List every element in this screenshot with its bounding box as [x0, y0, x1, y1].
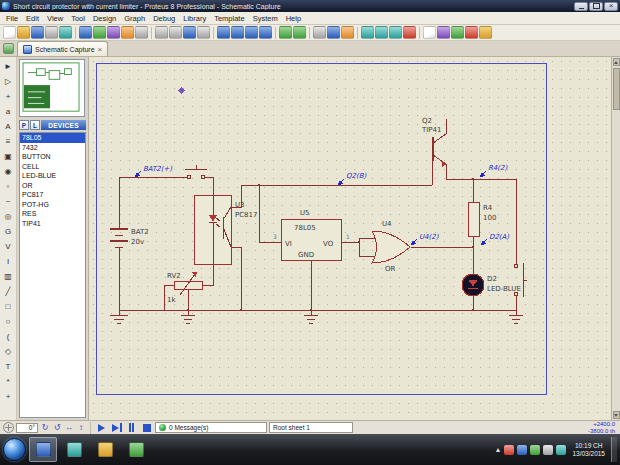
u5-value-label[interactable]: 78L05 — [294, 224, 316, 232]
tray-volume-icon[interactable] — [543, 445, 553, 455]
library-manager-button[interactable]: L — [30, 120, 40, 130]
redo-icon[interactable] — [293, 26, 306, 39]
device-item-pot-hg[interactable]: POT-HG — [20, 200, 85, 210]
tray-sync-icon[interactable] — [530, 445, 540, 455]
minimap-viewport[interactable] — [24, 85, 50, 108]
r4-value-label[interactable]: 100 — [483, 214, 496, 222]
voltage-probe-icon[interactable]: V — [1, 240, 15, 254]
menu-debug[interactable]: Debug — [149, 14, 179, 23]
component-mode-icon[interactable]: ▷ — [1, 75, 15, 89]
hidden-icons-chevron-icon[interactable]: ▲ — [495, 446, 502, 453]
u3-value-label[interactable]: PC817 — [235, 211, 257, 219]
cut-icon[interactable] — [313, 26, 326, 39]
generator-mode-icon[interactable]: G — [1, 225, 15, 239]
open-project-icon[interactable] — [17, 26, 30, 39]
packaging-tool-icon[interactable] — [451, 26, 464, 39]
bat2-value-label[interactable]: 20v — [131, 238, 144, 246]
home-tab-icon[interactable] — [3, 43, 14, 54]
step-button[interactable] — [110, 422, 123, 433]
zoom-in-icon[interactable] — [217, 26, 230, 39]
block-delete-icon[interactable] — [403, 26, 416, 39]
block-rotate-icon[interactable] — [389, 26, 402, 39]
text-script-icon[interactable]: A — [1, 120, 15, 134]
component-r4[interactable]: R4 100 — [468, 202, 496, 236]
wire-label-u4-2[interactable]: U4(2) — [419, 233, 439, 241]
pick-parts-icon[interactable] — [423, 26, 436, 39]
selection-pointer-icon[interactable]: ► — [1, 60, 15, 74]
q2-ref-label[interactable]: Q2 — [422, 117, 432, 125]
component-u4[interactable]: U4 OR — [372, 220, 410, 273]
r4-ref-label[interactable]: R4 — [483, 204, 493, 212]
menu-edit[interactable]: Edit — [22, 14, 43, 23]
tray-antivirus-icon[interactable] — [504, 445, 514, 455]
device-item-res[interactable]: RES — [20, 209, 85, 219]
block-copy-icon[interactable] — [361, 26, 374, 39]
zoom-out-icon[interactable] — [231, 26, 244, 39]
save-project-icon[interactable] — [31, 26, 44, 39]
u3-ref-label[interactable]: U3 — [235, 201, 245, 209]
menu-template[interactable]: Template — [210, 14, 248, 23]
redraw-icon[interactable] — [155, 26, 168, 39]
component-u5[interactable]: U5 78L05 VI VO GND 3 1 — [273, 209, 350, 260]
make-device-icon[interactable] — [437, 26, 450, 39]
wire-label-d2-a[interactable]: D2(A) — [489, 233, 509, 241]
buses-icon[interactable]: ≡ — [1, 135, 15, 149]
component-u3[interactable]: U3 PC817 — [194, 195, 257, 264]
mirror-horizontal-icon[interactable]: ↔ — [64, 424, 74, 432]
junction-dot-icon[interactable]: + — [1, 90, 15, 104]
origin-icon[interactable] — [183, 26, 196, 39]
subcircuit-icon[interactable]: ▣ — [1, 150, 15, 164]
close-button[interactable] — [604, 2, 618, 11]
component-rv2[interactable]: RV2 1k — [167, 272, 202, 304]
arc-2d-icon[interactable]: ( — [1, 330, 15, 344]
rv2-ref-label[interactable]: RV2 — [167, 272, 181, 280]
rotate-ccw-icon[interactable]: ↺ — [52, 424, 62, 432]
wire-label-icon[interactable]: a — [1, 105, 15, 119]
taskbar-explorer-button[interactable] — [91, 437, 119, 462]
menu-view[interactable]: View — [43, 14, 67, 23]
scrollbar-thumb[interactable] — [613, 68, 620, 110]
device-item-pc817[interactable]: PC817 — [20, 190, 85, 200]
copy-icon[interactable] — [327, 26, 340, 39]
component-button1[interactable] — [185, 165, 207, 179]
u5-ref-label[interactable]: U5 — [300, 209, 310, 217]
stop-button[interactable] — [140, 422, 153, 433]
taskbar-media-button[interactable] — [122, 437, 150, 462]
bat2-ref-label[interactable]: BAT2 — [131, 228, 149, 236]
close-project-icon[interactable] — [45, 26, 58, 39]
gerber-viewer-icon[interactable] — [121, 26, 134, 39]
device-item-or[interactable]: OR — [20, 181, 85, 191]
rotate-cw-icon[interactable]: ↻ — [40, 424, 50, 432]
paste-icon[interactable] — [341, 26, 354, 39]
wire-label-bat2-plus[interactable]: BAT2(+) — [143, 165, 172, 173]
mirror-vertical-icon[interactable]: ↕ — [76, 424, 86, 432]
ground-symbols[interactable] — [110, 310, 523, 323]
box-2d-icon[interactable]: □ — [1, 300, 15, 314]
u4-ref-label[interactable]: U4 — [382, 220, 392, 228]
show-desktop-button[interactable] — [611, 437, 617, 462]
wire-label-q2-b[interactable]: Q2(B) — [346, 172, 366, 180]
menu-design[interactable]: Design — [89, 14, 120, 23]
scroll-up-arrow[interactable] — [613, 58, 620, 66]
rv2-value-label[interactable]: 1k — [167, 296, 176, 304]
start-button[interactable] — [3, 438, 26, 461]
taskbar-browser-button[interactable] — [60, 437, 88, 462]
title-bar[interactable]: Short circuit protector with current lim… — [0, 0, 620, 12]
pause-button[interactable] — [125, 422, 138, 433]
sheet-panel[interactable]: Root sheet 1 — [269, 422, 353, 433]
taskbar-clock[interactable]: 10:19 CH 13/03/2015 — [569, 442, 608, 458]
message-panel[interactable]: 0 Message(s) — [155, 422, 267, 433]
tab-close-icon[interactable] — [98, 45, 103, 54]
wire-label-r4-2[interactable]: R4(2) — [488, 164, 508, 172]
menu-help[interactable]: Help — [282, 14, 305, 23]
vertical-scrollbar[interactable] — [611, 57, 620, 420]
menu-library[interactable]: Library — [179, 14, 210, 23]
scroll-down-arrow[interactable] — [613, 411, 620, 419]
3d-visualizer-icon[interactable] — [107, 26, 120, 39]
component-q2[interactable]: Q2 TIP41 — [421, 117, 447, 179]
zoom-all-icon[interactable] — [245, 26, 258, 39]
home-page-icon[interactable] — [59, 26, 72, 39]
device-item-tip41[interactable]: TIP41 — [20, 219, 85, 229]
bill-of-materials-icon[interactable] — [479, 26, 492, 39]
component-d2[interactable]: D2 LED-BLUE — [462, 274, 521, 296]
